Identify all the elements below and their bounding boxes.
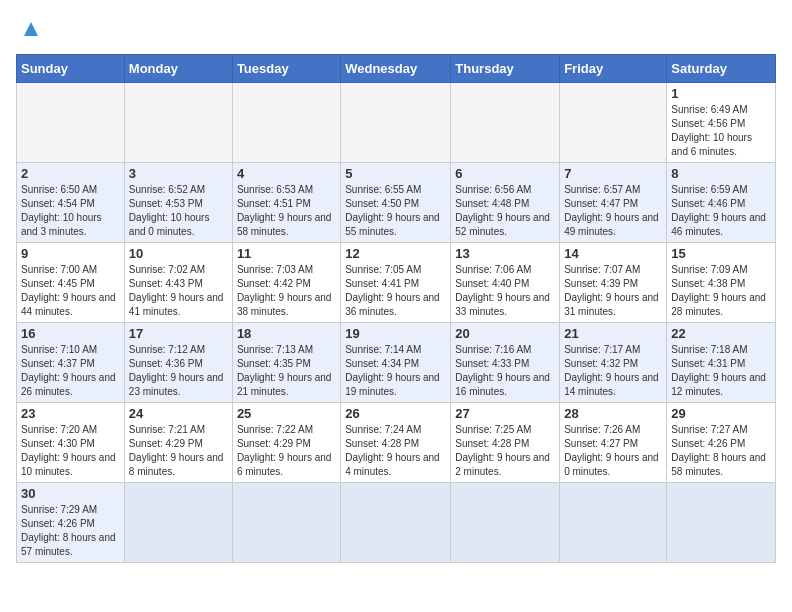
day-info: Sunrise: 7:22 AM Sunset: 4:29 PM Dayligh… <box>237 423 336 479</box>
calendar-cell <box>124 83 232 163</box>
weekday-header-friday: Friday <box>560 55 667 83</box>
weekday-header-row: SundayMondayTuesdayWednesdayThursdayFrid… <box>17 55 776 83</box>
page-header <box>16 16 776 44</box>
day-info: Sunrise: 7:20 AM Sunset: 4:30 PM Dayligh… <box>21 423 120 479</box>
calendar-cell: 4Sunrise: 6:53 AM Sunset: 4:51 PM Daylig… <box>232 163 340 243</box>
day-info: Sunrise: 7:18 AM Sunset: 4:31 PM Dayligh… <box>671 343 771 399</box>
logo-icon <box>20 18 42 40</box>
calendar-cell: 19Sunrise: 7:14 AM Sunset: 4:34 PM Dayli… <box>341 323 451 403</box>
day-number: 23 <box>21 406 120 421</box>
calendar-cell <box>560 483 667 563</box>
calendar-cell <box>451 483 560 563</box>
day-number: 5 <box>345 166 446 181</box>
calendar-cell: 27Sunrise: 7:25 AM Sunset: 4:28 PM Dayli… <box>451 403 560 483</box>
calendar-cell: 25Sunrise: 7:22 AM Sunset: 4:29 PM Dayli… <box>232 403 340 483</box>
weekday-header-thursday: Thursday <box>451 55 560 83</box>
day-info: Sunrise: 7:09 AM Sunset: 4:38 PM Dayligh… <box>671 263 771 319</box>
day-info: Sunrise: 7:25 AM Sunset: 4:28 PM Dayligh… <box>455 423 555 479</box>
day-info: Sunrise: 7:12 AM Sunset: 4:36 PM Dayligh… <box>129 343 228 399</box>
calendar-cell: 14Sunrise: 7:07 AM Sunset: 4:39 PM Dayli… <box>560 243 667 323</box>
day-number: 11 <box>237 246 336 261</box>
day-number: 6 <box>455 166 555 181</box>
weekday-header-tuesday: Tuesday <box>232 55 340 83</box>
day-number: 20 <box>455 326 555 341</box>
calendar-cell: 28Sunrise: 7:26 AM Sunset: 4:27 PM Dayli… <box>560 403 667 483</box>
calendar-cell: 26Sunrise: 7:24 AM Sunset: 4:28 PM Dayli… <box>341 403 451 483</box>
day-number: 8 <box>671 166 771 181</box>
day-number: 14 <box>564 246 662 261</box>
day-info: Sunrise: 7:13 AM Sunset: 4:35 PM Dayligh… <box>237 343 336 399</box>
calendar-cell: 7Sunrise: 6:57 AM Sunset: 4:47 PM Daylig… <box>560 163 667 243</box>
day-info: Sunrise: 6:50 AM Sunset: 4:54 PM Dayligh… <box>21 183 120 239</box>
day-info: Sunrise: 7:06 AM Sunset: 4:40 PM Dayligh… <box>455 263 555 319</box>
calendar-cell: 12Sunrise: 7:05 AM Sunset: 4:41 PM Dayli… <box>341 243 451 323</box>
day-number: 7 <box>564 166 662 181</box>
weekday-header-sunday: Sunday <box>17 55 125 83</box>
day-info: Sunrise: 7:26 AM Sunset: 4:27 PM Dayligh… <box>564 423 662 479</box>
calendar-cell: 21Sunrise: 7:17 AM Sunset: 4:32 PM Dayli… <box>560 323 667 403</box>
day-info: Sunrise: 7:07 AM Sunset: 4:39 PM Dayligh… <box>564 263 662 319</box>
day-number: 28 <box>564 406 662 421</box>
day-info: Sunrise: 6:52 AM Sunset: 4:53 PM Dayligh… <box>129 183 228 239</box>
day-info: Sunrise: 7:00 AM Sunset: 4:45 PM Dayligh… <box>21 263 120 319</box>
day-info: Sunrise: 6:57 AM Sunset: 4:47 PM Dayligh… <box>564 183 662 239</box>
day-info: Sunrise: 6:55 AM Sunset: 4:50 PM Dayligh… <box>345 183 446 239</box>
calendar-cell <box>341 83 451 163</box>
day-number: 12 <box>345 246 446 261</box>
day-number: 19 <box>345 326 446 341</box>
day-number: 13 <box>455 246 555 261</box>
calendar-cell: 30Sunrise: 7:29 AM Sunset: 4:26 PM Dayli… <box>17 483 125 563</box>
calendar-cell: 1Sunrise: 6:49 AM Sunset: 4:56 PM Daylig… <box>667 83 776 163</box>
weekday-header-wednesday: Wednesday <box>341 55 451 83</box>
calendar-cell: 2Sunrise: 6:50 AM Sunset: 4:54 PM Daylig… <box>17 163 125 243</box>
day-info: Sunrise: 7:14 AM Sunset: 4:34 PM Dayligh… <box>345 343 446 399</box>
day-number: 2 <box>21 166 120 181</box>
day-info: Sunrise: 6:56 AM Sunset: 4:48 PM Dayligh… <box>455 183 555 239</box>
calendar-cell <box>560 83 667 163</box>
day-info: Sunrise: 7:16 AM Sunset: 4:33 PM Dayligh… <box>455 343 555 399</box>
calendar-cell: 20Sunrise: 7:16 AM Sunset: 4:33 PM Dayli… <box>451 323 560 403</box>
calendar-cell: 18Sunrise: 7:13 AM Sunset: 4:35 PM Dayli… <box>232 323 340 403</box>
calendar-cell: 13Sunrise: 7:06 AM Sunset: 4:40 PM Dayli… <box>451 243 560 323</box>
calendar-cell: 6Sunrise: 6:56 AM Sunset: 4:48 PM Daylig… <box>451 163 560 243</box>
day-number: 1 <box>671 86 771 101</box>
calendar-cell <box>667 483 776 563</box>
day-info: Sunrise: 7:27 AM Sunset: 4:26 PM Dayligh… <box>671 423 771 479</box>
calendar-cell: 9Sunrise: 7:00 AM Sunset: 4:45 PM Daylig… <box>17 243 125 323</box>
calendar-cell: 3Sunrise: 6:52 AM Sunset: 4:53 PM Daylig… <box>124 163 232 243</box>
calendar-cell: 11Sunrise: 7:03 AM Sunset: 4:42 PM Dayli… <box>232 243 340 323</box>
calendar-cell: 8Sunrise: 6:59 AM Sunset: 4:46 PM Daylig… <box>667 163 776 243</box>
day-number: 25 <box>237 406 336 421</box>
day-number: 30 <box>21 486 120 501</box>
day-info: Sunrise: 6:53 AM Sunset: 4:51 PM Dayligh… <box>237 183 336 239</box>
day-info: Sunrise: 7:21 AM Sunset: 4:29 PM Dayligh… <box>129 423 228 479</box>
calendar-cell: 23Sunrise: 7:20 AM Sunset: 4:30 PM Dayli… <box>17 403 125 483</box>
calendar-cell <box>451 83 560 163</box>
day-info: Sunrise: 7:03 AM Sunset: 4:42 PM Dayligh… <box>237 263 336 319</box>
calendar-cell: 17Sunrise: 7:12 AM Sunset: 4:36 PM Dayli… <box>124 323 232 403</box>
day-number: 17 <box>129 326 228 341</box>
day-info: Sunrise: 7:29 AM Sunset: 4:26 PM Dayligh… <box>21 503 120 559</box>
calendar-cell <box>341 483 451 563</box>
calendar-cell <box>232 483 340 563</box>
day-info: Sunrise: 7:24 AM Sunset: 4:28 PM Dayligh… <box>345 423 446 479</box>
calendar-cell: 10Sunrise: 7:02 AM Sunset: 4:43 PM Dayli… <box>124 243 232 323</box>
logo <box>16 16 42 44</box>
day-number: 15 <box>671 246 771 261</box>
day-number: 24 <box>129 406 228 421</box>
calendar-cell: 16Sunrise: 7:10 AM Sunset: 4:37 PM Dayli… <box>17 323 125 403</box>
day-number: 9 <box>21 246 120 261</box>
weekday-header-monday: Monday <box>124 55 232 83</box>
day-info: Sunrise: 6:49 AM Sunset: 4:56 PM Dayligh… <box>671 103 771 159</box>
day-number: 16 <box>21 326 120 341</box>
day-info: Sunrise: 7:10 AM Sunset: 4:37 PM Dayligh… <box>21 343 120 399</box>
calendar-table: SundayMondayTuesdayWednesdayThursdayFrid… <box>16 54 776 563</box>
calendar-cell <box>124 483 232 563</box>
calendar-cell: 24Sunrise: 7:21 AM Sunset: 4:29 PM Dayli… <box>124 403 232 483</box>
calendar-cell: 5Sunrise: 6:55 AM Sunset: 4:50 PM Daylig… <box>341 163 451 243</box>
day-info: Sunrise: 7:02 AM Sunset: 4:43 PM Dayligh… <box>129 263 228 319</box>
weekday-header-saturday: Saturday <box>667 55 776 83</box>
calendar-cell <box>232 83 340 163</box>
day-info: Sunrise: 7:17 AM Sunset: 4:32 PM Dayligh… <box>564 343 662 399</box>
calendar-cell <box>17 83 125 163</box>
